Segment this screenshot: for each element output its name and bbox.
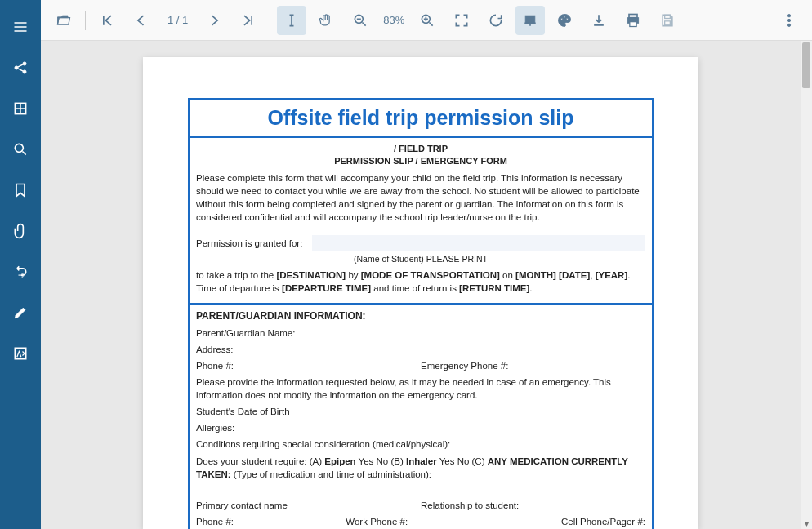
document-content: Offsite field trip permission slip / FIE… xyxy=(188,98,654,529)
allergies-field: Allergies: xyxy=(196,421,645,434)
address-field: Address: xyxy=(196,343,645,356)
scrollbar-down[interactable]: ▾ xyxy=(801,518,812,529)
download-button[interactable] xyxy=(584,6,613,35)
last-page-icon xyxy=(240,12,257,29)
separator xyxy=(270,11,270,30)
more-button[interactable] xyxy=(774,6,804,35)
download-icon xyxy=(591,12,607,29)
svg-point-19 xyxy=(787,24,790,26)
dob-field: Student's Date of Birth xyxy=(196,405,645,418)
svg-rect-16 xyxy=(665,20,671,24)
hand-icon xyxy=(318,12,334,29)
permission-label: Permission is granted for: xyxy=(196,237,302,250)
svg-point-18 xyxy=(787,19,790,21)
zoom-in-icon xyxy=(419,12,435,29)
name-hint: (Name of Student) PLEASE PRINT xyxy=(196,253,645,265)
next-page-button[interactable] xyxy=(199,6,229,35)
print-button[interactable] xyxy=(618,6,648,35)
document-viewer[interactable]: ▾ Offsite field trip permission slip / F… xyxy=(41,41,812,529)
zoom-out-button[interactable] xyxy=(346,6,375,35)
search-icon xyxy=(12,141,29,158)
svg-point-4 xyxy=(15,144,23,152)
zoom-in-button[interactable] xyxy=(413,6,442,35)
fit-page-button[interactable] xyxy=(447,6,476,35)
provide-info-text: Please provide the information requested… xyxy=(196,376,645,402)
svg-point-10 xyxy=(564,16,565,17)
page-indicator[interactable]: 1 / 1 xyxy=(161,14,194,26)
emergency-phone-field: Emergency Phone #: xyxy=(421,359,645,372)
work-phone-field-1: Work Phone #: xyxy=(346,515,495,528)
pencil-icon xyxy=(12,305,29,321)
bookmark-icon xyxy=(12,182,29,198)
phone-field-2: Phone #: xyxy=(196,515,346,528)
svg-rect-12 xyxy=(629,14,637,17)
arrow-right-icon xyxy=(206,12,222,29)
last-page-button[interactable] xyxy=(234,6,263,35)
rotate-icon xyxy=(488,12,504,29)
parent-guardian-section: PARENT/GUARDIAN INFORMATION: Parent/Guar… xyxy=(190,305,652,529)
palette-icon xyxy=(556,12,573,29)
text-select-button[interactable] xyxy=(277,6,306,35)
student-name-input[interactable] xyxy=(312,235,645,251)
document-page: Offsite field trip permission slip / FIE… xyxy=(143,57,698,529)
cell-phone-field-1: Cell Phone/Pager #: xyxy=(496,515,645,528)
folder-open-icon xyxy=(56,12,72,29)
pan-button[interactable] xyxy=(311,6,341,35)
zoom-level[interactable]: 83% xyxy=(380,14,408,26)
trip-details: to take a trip to the [DESTINATION] by [… xyxy=(196,269,645,295)
save-button[interactable] xyxy=(653,6,682,35)
rotate-button[interactable] xyxy=(481,6,511,35)
scrollbar[interactable]: ▾ xyxy=(801,41,812,529)
zoom-out-icon xyxy=(352,12,368,29)
medication-question: Does your student require: (A) Epipen Ye… xyxy=(196,455,645,481)
phone-field: Phone #: xyxy=(196,359,421,372)
header-line2: PERMISSION SLIP / EMERGENCY FORM xyxy=(196,155,645,167)
toolbar: 1 / 1 83% xyxy=(41,0,812,41)
theme-button[interactable] xyxy=(550,6,579,35)
main-area: 1 / 1 83% xyxy=(41,0,812,529)
pg-name-field: Parent/Guardian Name: xyxy=(196,327,645,340)
svg-rect-8 xyxy=(525,16,535,23)
paperclip-icon xyxy=(12,223,29,239)
first-page-button[interactable] xyxy=(92,6,122,35)
primary-contact-field: Primary contact name xyxy=(196,499,421,512)
doc-header-section: / FIELD TRIP PERMISSION SLIP / EMERGENCY… xyxy=(190,138,652,305)
print-icon xyxy=(625,12,641,29)
save-icon xyxy=(659,12,676,29)
open-file-button[interactable] xyxy=(49,6,78,35)
arrow-left-icon xyxy=(133,12,149,29)
scrollbar-thumb[interactable] xyxy=(802,42,810,88)
undo-redo-button[interactable] xyxy=(0,251,41,292)
sign-button[interactable] xyxy=(0,333,41,374)
grid-button[interactable] xyxy=(0,88,41,129)
first-page-icon xyxy=(99,12,115,29)
presentation-button[interactable] xyxy=(515,6,545,35)
svg-point-0 xyxy=(15,66,18,69)
sign-icon xyxy=(12,345,29,362)
sidebar xyxy=(0,0,41,529)
svg-point-11 xyxy=(567,18,569,20)
pg-heading: PARENT/GUARDIAN INFORMATION: xyxy=(196,309,645,323)
share-icon xyxy=(12,60,29,76)
grid-icon xyxy=(12,100,29,117)
svg-point-1 xyxy=(23,62,26,65)
text-cursor-icon xyxy=(283,12,300,29)
attachment-button[interactable] xyxy=(0,211,41,251)
share-button[interactable] xyxy=(0,47,41,88)
menu-button[interactable] xyxy=(0,7,41,47)
svg-point-2 xyxy=(23,70,26,73)
search-button[interactable] xyxy=(0,129,41,170)
svg-point-9 xyxy=(561,18,563,20)
edit-button[interactable] xyxy=(0,292,41,333)
prev-page-button[interactable] xyxy=(127,6,156,35)
svg-point-17 xyxy=(787,14,790,16)
hamburger-icon xyxy=(12,19,29,35)
relationship-field-1: Relationship to student: xyxy=(421,499,645,512)
doc-title: Offsite field trip permission slip xyxy=(190,100,652,138)
header-line1: / FIELD TRIP xyxy=(196,143,645,155)
bookmark-button[interactable] xyxy=(0,170,41,211)
separator xyxy=(85,11,86,30)
intro-text: Please complete this form that will acco… xyxy=(196,171,645,224)
undo-redo-icon xyxy=(12,264,29,280)
conditions-field: Conditions requiring special considerati… xyxy=(196,438,645,451)
